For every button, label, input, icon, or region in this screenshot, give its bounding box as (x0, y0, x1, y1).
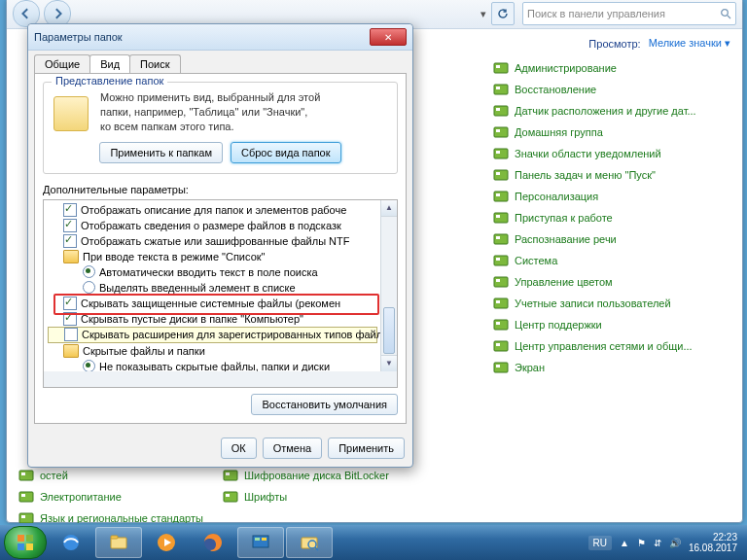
cp-item[interactable]: Управление цветом (493, 271, 730, 293)
svg-rect-3 (21, 472, 25, 475)
vertical-scrollbar[interactable]: ▲ ▼ (380, 200, 397, 371)
tree-row[interactable]: Скрывать защищенные системные файлы (рек… (48, 296, 377, 311)
cp-item[interactable]: Шрифты (223, 486, 427, 508)
cp-item[interactable]: Панель задач и меню "Пуск" (493, 164, 730, 186)
tray-action-center-icon[interactable]: ⚑ (637, 538, 646, 548)
cp-item-icon (493, 231, 509, 247)
radio[interactable] (83, 281, 95, 294)
taskbar-explorer[interactable] (95, 527, 142, 558)
tree-row[interactable]: Не показывать скрытые файлы, папки и дис… (48, 359, 377, 372)
cp-item-icon (493, 210, 509, 226)
cp-item[interactable]: Учетные записи пользователей (493, 293, 730, 314)
checkbox[interactable] (63, 219, 77, 232)
cp-item[interactable]: остей (18, 465, 223, 486)
search-input[interactable]: Поиск в панели управления (522, 2, 736, 25)
cp-item[interactable]: Домашняя группа (493, 122, 730, 143)
scroll-down-button[interactable]: ▼ (381, 355, 397, 371)
tree-row[interactable]: Выделять введенный элемент в списке (48, 280, 377, 296)
tab-body: Представление папок Можно применить вид,… (34, 73, 407, 424)
cp-item[interactable]: Шифрование диска BitLocker (223, 465, 427, 486)
taskbar-firefox[interactable] (191, 528, 235, 557)
cp-item-label: Управление цветом (515, 276, 613, 288)
svg-rect-47 (111, 538, 126, 548)
tree-row-label: Отображать сжатые или зашифрованные файл… (81, 235, 349, 247)
svg-line-1 (728, 16, 730, 18)
cp-item[interactable]: Датчик расположения и другие дат... (493, 100, 730, 122)
advanced-settings-tree[interactable]: Отображать описание для папок и элементо… (43, 199, 398, 372)
dialog-footer: ОК Отмена Применить (28, 430, 412, 467)
cp-item-icon (493, 124, 509, 140)
scroll-thumb[interactable] (383, 307, 395, 354)
radio[interactable] (83, 265, 95, 278)
cp-item[interactable]: Персонализация (493, 186, 730, 207)
cp-item[interactable]: Язык и региональные стандарты (18, 508, 223, 523)
horizontal-scrollbar[interactable] (43, 371, 398, 388)
cp-item[interactable]: Распознавание речи (493, 228, 730, 250)
reset-view-button[interactable]: Сброс вида папок (231, 142, 341, 163)
checkbox[interactable] (63, 297, 77, 310)
checkbox[interactable] (64, 328, 78, 341)
cp-item-label: Шрифты (244, 491, 287, 503)
cp-item[interactable]: Приступая к работе (493, 207, 730, 228)
cp-item-icon (493, 274, 509, 290)
svg-rect-25 (496, 193, 500, 196)
close-button[interactable]: ✕ (370, 28, 407, 46)
tree-row[interactable]: Отображать сжатые или зашифрованные файл… (48, 233, 377, 249)
tray-network-icon[interactable]: ⇵ (654, 538, 661, 548)
restore-defaults-button[interactable]: Восстановить умолчания (251, 394, 398, 415)
tree-row-label: Отображать сведения о размере файлов в п… (81, 220, 341, 231)
taskbar-ie[interactable] (49, 528, 93, 557)
address-dropdown[interactable]: ▾ (480, 4, 487, 23)
svg-rect-5 (226, 472, 230, 475)
group-title: Представление папок (52, 75, 167, 87)
ok-button[interactable]: ОК (221, 438, 257, 459)
cp-item-label: Центр поддержки (515, 319, 602, 331)
language-indicator[interactable]: RU (588, 536, 612, 550)
tree-row[interactable]: Скрытые файлы и папки (48, 343, 377, 359)
apply-button[interactable]: Применить (328, 438, 405, 459)
cp-item-icon (493, 338, 509, 354)
svg-rect-44 (18, 543, 24, 550)
search-icon (720, 8, 731, 19)
tree-row[interactable]: При вводе текста в режиме "Список" (48, 249, 377, 264)
cp-item-label: Распознавание речи (515, 233, 617, 245)
tab-search[interactable]: Поиск (129, 54, 180, 73)
tree-row[interactable]: Скрывать пустые диски в папке "Компьютер… (48, 311, 377, 327)
checkbox[interactable] (63, 234, 77, 248)
checkbox[interactable] (63, 203, 77, 217)
cp-item[interactable]: Восстановление (493, 79, 730, 100)
cp-item[interactable]: Экран (493, 357, 730, 378)
clock[interactable]: 22:23 16.08.2017 (689, 532, 737, 554)
cp-item-icon (223, 489, 238, 505)
tree-row[interactable]: Скрывать расширения для зарегистрированн… (48, 327, 377, 343)
tree-row[interactable]: Автоматически вводить текст в поле поиск… (48, 264, 377, 280)
tray-volume-icon[interactable]: 🔊 (669, 538, 681, 548)
cancel-button[interactable]: Отмена (263, 438, 322, 459)
cp-item[interactable]: Центр управления сетями и общи... (493, 335, 730, 357)
cp-item[interactable]: Система (493, 250, 730, 271)
tree-row[interactable]: Отображать описание для папок и элементо… (48, 202, 377, 218)
tree-row[interactable]: Отображать сведения о размере файлов в п… (48, 218, 377, 233)
folder-view-group: Представление папок Можно применить вид,… (43, 82, 398, 174)
scroll-up-button[interactable]: ▲ (381, 200, 397, 217)
svg-rect-35 (496, 300, 500, 303)
cp-item-label: Экран (515, 362, 545, 373)
checkbox[interactable] (63, 312, 77, 326)
cp-item[interactable]: Электропитание (18, 486, 223, 508)
cp-item[interactable]: Значки области уведомлений (493, 143, 730, 164)
svg-rect-54 (262, 538, 267, 541)
svg-rect-39 (496, 343, 500, 346)
refresh-button[interactable] (491, 2, 515, 25)
taskbar-control-panel[interactable] (237, 527, 284, 558)
view-mode-link[interactable]: Мелкие значки ▾ (649, 37, 730, 50)
tab-general[interactable]: Общие (34, 54, 90, 73)
start-button[interactable] (4, 526, 47, 559)
taskbar-folder[interactable] (286, 527, 333, 558)
tab-view[interactable]: Вид (89, 54, 130, 73)
cp-item-label: Датчик расположения и другие дат... (515, 105, 696, 117)
cp-item[interactable]: Администрирование (493, 57, 730, 79)
taskbar-mediaplayer[interactable] (144, 528, 189, 557)
apply-to-folders-button[interactable]: Применить к папкам (99, 142, 223, 163)
tray-flag-up-icon[interactable]: ▲ (620, 538, 629, 548)
cp-item[interactable]: Центр поддержки (493, 314, 730, 335)
